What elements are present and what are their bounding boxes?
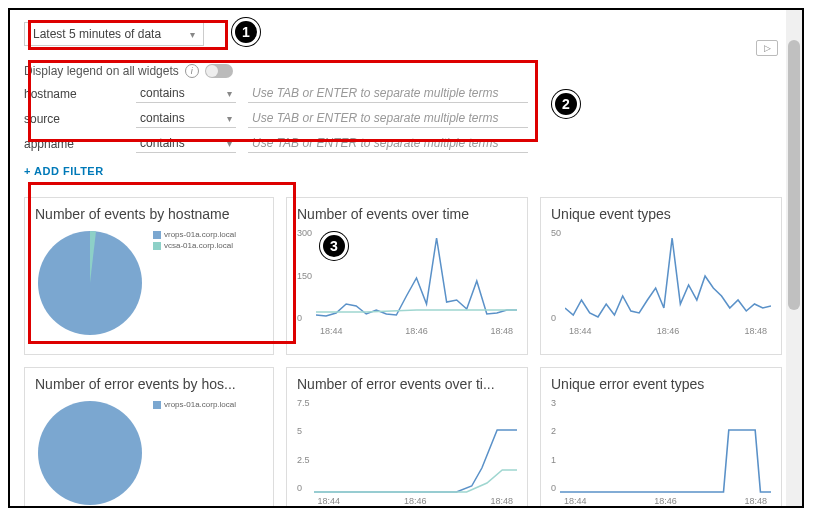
legend-toggle-label: Display legend on all widgets — [24, 64, 179, 78]
annotation-callout-3: 3 — [320, 232, 348, 260]
chart-title: Number of error events by hos... — [35, 376, 263, 392]
scrollbar-thumb[interactable] — [788, 40, 800, 310]
filter-label: source — [24, 112, 124, 126]
time-range-label: Latest 5 minutes of data — [33, 27, 161, 41]
chart-title: Unique error event types — [551, 376, 771, 392]
filter-value-input[interactable] — [248, 134, 528, 153]
chart-error-events-by-hostname: Number of error events by hos... vrops-0… — [24, 367, 274, 508]
chart-events-over-time: Number of events over time 3001500 18:44… — [286, 197, 528, 355]
chevron-down-icon: ▾ — [227, 113, 232, 124]
dashboard-container: Latest 5 minutes of data ▾ ▷ Display leg… — [8, 8, 804, 508]
chart-events-by-hostname: Number of events by hostname vrops-01a.c… — [24, 197, 274, 355]
chart-title: Number of events over time — [297, 206, 517, 222]
play-button[interactable]: ▷ — [756, 40, 778, 56]
filter-op-select[interactable]: contains ▾ — [136, 84, 236, 103]
filter-op-select[interactable]: contains ▾ — [136, 134, 236, 153]
line-chart — [565, 228, 771, 323]
annotation-callout-1: 1 — [232, 18, 260, 46]
legend-item: vrops-01a.corp.local — [153, 400, 236, 409]
svg-point-1 — [38, 401, 142, 505]
chart-error-events-over-time: Number of error events over ti... 7.552.… — [286, 367, 528, 508]
filter-row-hostname: hostname contains ▾ — [24, 84, 788, 103]
chart-unique-event-types: Unique event types 500 18:4418:4618:48 — [540, 197, 782, 355]
legend-item: vcsa-01a.corp.local — [153, 241, 236, 250]
line-chart — [314, 398, 517, 493]
filter-row-source: source contains ▾ — [24, 109, 788, 128]
info-icon[interactable]: i — [185, 64, 199, 78]
pie-chart — [35, 228, 145, 338]
filter-value-input[interactable] — [248, 109, 528, 128]
annotation-callout-2: 2 — [552, 90, 580, 118]
filter-label: hostname — [24, 87, 124, 101]
scrollbar[interactable] — [786, 10, 802, 506]
chevron-down-icon: ▾ — [227, 138, 232, 149]
chevron-down-icon: ▾ — [227, 88, 232, 99]
pie-chart — [35, 398, 145, 508]
filter-value-input[interactable] — [248, 84, 528, 103]
add-filter-button[interactable]: + ADD FILTER — [24, 165, 788, 177]
line-chart — [560, 398, 771, 493]
time-range-select[interactable]: Latest 5 minutes of data ▾ — [24, 22, 204, 46]
chevron-down-icon: ▾ — [190, 29, 195, 40]
chart-unique-error-event-types: Unique error event types 3210 18:4418:46… — [540, 367, 782, 508]
chart-title: Number of error events over ti... — [297, 376, 517, 392]
chart-title: Unique event types — [551, 206, 771, 222]
legend-item: vrops-01a.corp.local — [153, 230, 236, 239]
legend-toggle[interactable] — [205, 64, 233, 78]
chart-grid: Number of events by hostname vrops-01a.c… — [24, 197, 788, 508]
filter-row-appname: appname contains ▾ — [24, 134, 788, 153]
filter-label: appname — [24, 137, 124, 151]
chart-title: Number of events by hostname — [35, 206, 263, 222]
filter-op-select[interactable]: contains ▾ — [136, 109, 236, 128]
